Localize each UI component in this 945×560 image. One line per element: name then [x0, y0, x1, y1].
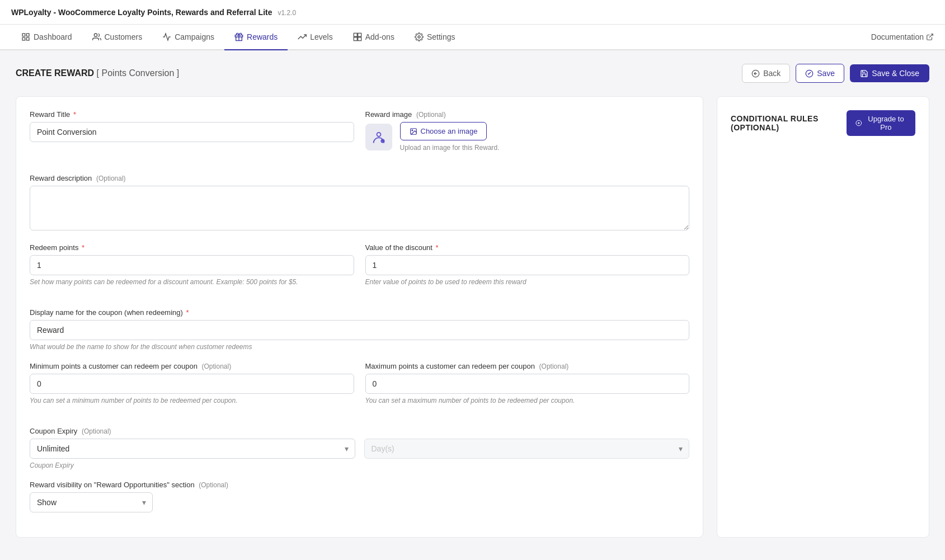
- content-grid: Reward Title * Reward image (Optional) ●: [16, 96, 929, 538]
- levels-icon: [298, 32, 307, 41]
- conditional-rules-header: CONDITIONAL RULES (Optional) Upgrade to …: [731, 110, 915, 136]
- back-button[interactable]: Back: [742, 64, 790, 83]
- settings-icon: [415, 32, 424, 41]
- reward-title-label: Reward Title *: [30, 110, 354, 119]
- max-points-label: Maximum points a customer can redeem per…: [365, 362, 690, 370]
- reward-visibility-select[interactable]: Show Hide: [30, 492, 153, 512]
- addons-icon: [353, 32, 362, 41]
- save-close-icon: [860, 69, 868, 78]
- max-points-group: Maximum points a customer can redeem per…: [365, 362, 690, 404]
- save-close-button[interactable]: Save & Close: [850, 64, 929, 82]
- reward-description-label: Reward description (Optional): [30, 174, 689, 182]
- back-icon: [751, 69, 760, 78]
- app-version: v1.2.0: [278, 9, 296, 17]
- display-name-label: Display name for the coupon (when redeem…: [30, 308, 689, 317]
- image-placeholder: ●: [365, 124, 392, 150]
- points-discount-row: Redeem points * Set how many points can …: [30, 243, 689, 297]
- page-title: CREATE REWARD [ Points Conversion ]: [16, 68, 179, 78]
- page-header: CREATE REWARD [ Points Conversion ] Back…: [16, 64, 929, 83]
- main-content: CREATE REWARD [ Points Conversion ] Back…: [0, 50, 945, 551]
- image-upload-area: ● Choose an image Upload an image for th…: [365, 122, 690, 152]
- discount-value-input[interactable]: [365, 255, 690, 275]
- image-placeholder-icon: ●: [371, 129, 387, 145]
- svg-rect-5: [354, 33, 357, 36]
- save-icon: [805, 69, 814, 78]
- reward-title-group: Reward Title *: [30, 110, 354, 152]
- reward-image-group: Reward image (Optional) ● Choose an imag…: [365, 110, 690, 152]
- display-name-input[interactable]: [30, 320, 689, 340]
- nav-settings[interactable]: Settings: [405, 25, 466, 50]
- coupon-expiry-select[interactable]: Unlimited Custom: [30, 439, 355, 459]
- reward-visibility-group: Reward visibility on "Reward Opportuniti…: [30, 481, 689, 512]
- svg-rect-0: [22, 34, 25, 36]
- upgrade-to-pro-button[interactable]: Upgrade to Pro: [847, 110, 915, 136]
- coupon-expiry-days-select[interactable]: Day(s) Month(s) Year(s): [364, 439, 690, 459]
- max-points-input[interactable]: [365, 374, 690, 394]
- external-link-icon: [926, 33, 934, 41]
- display-name-group: Display name for the coupon (when redeem…: [30, 308, 689, 351]
- choose-image-button[interactable]: Choose an image: [400, 122, 487, 140]
- svg-point-14: [377, 132, 380, 136]
- redeem-points-input[interactable]: [30, 255, 354, 275]
- app-title: WPLoyalty - WooCommerce Loyalty Points, …: [11, 8, 272, 17]
- coupon-expiry-help: Coupon Expiry: [30, 462, 689, 469]
- form-panel: Reward Title * Reward image (Optional) ●: [16, 96, 703, 538]
- nav-levels[interactable]: Levels: [288, 25, 342, 50]
- nav-campaigns[interactable]: Campaigns: [152, 25, 224, 50]
- coupon-expiry-label: Coupon Expiry (Optional): [30, 427, 689, 435]
- reward-description-textarea[interactable]: [30, 186, 689, 230]
- reward-visibility-select-wrapper: Show Hide: [30, 492, 153, 512]
- svg-text:●: ●: [381, 139, 383, 143]
- nav-rewards[interactable]: Rewards: [224, 25, 288, 50]
- svg-rect-2: [26, 37, 29, 40]
- svg-rect-1: [26, 34, 29, 36]
- image-icon: [410, 128, 417, 135]
- min-points-group: Minimum points a customer can redeem per…: [30, 362, 354, 404]
- discount-value-help: Enter value of points to be used to rede…: [365, 278, 690, 286]
- redeem-points-group: Redeem points * Set how many points can …: [30, 243, 354, 286]
- upload-hint: Upload an image for this Reward.: [400, 144, 500, 152]
- main-nav: Dashboard Customers Campaigns Rewards Le…: [0, 25, 945, 50]
- coupon-expiry-group: Coupon Expiry (Optional) Unlimited Custo…: [30, 427, 689, 469]
- coupon-expiry-days-wrapper: Day(s) Month(s) Year(s): [364, 439, 690, 459]
- svg-rect-3: [22, 37, 25, 40]
- display-name-help: What would be the name to show for the d…: [30, 343, 689, 351]
- svg-rect-8: [358, 37, 361, 41]
- discount-value-label: Value of the discount *: [365, 243, 690, 252]
- max-points-help: You can set a maximum number of points t…: [365, 397, 690, 404]
- svg-point-4: [94, 34, 97, 36]
- reward-visibility-label: Reward visibility on "Reward Opportuniti…: [30, 481, 689, 489]
- coupon-expiry-select-wrapper: Unlimited Custom: [30, 439, 355, 459]
- rewards-icon: [234, 32, 243, 41]
- top-bar: WPLoyalty - WooCommerce Loyalty Points, …: [0, 0, 945, 25]
- conditional-rules-title-group: CONDITIONAL RULES (Optional): [731, 114, 847, 132]
- svg-rect-7: [354, 37, 357, 41]
- redeem-points-label: Redeem points *: [30, 243, 354, 252]
- min-max-row: Minimum points a customer can redeem per…: [30, 362, 689, 416]
- min-points-label: Minimum points a customer can redeem per…: [30, 362, 354, 370]
- coupon-expiry-row: Unlimited Custom Day(s) Month(s) Year(s): [30, 439, 689, 459]
- campaigns-icon: [162, 32, 171, 41]
- reward-image-label: Reward image (Optional): [365, 110, 690, 119]
- conditional-rules-panel: CONDITIONAL RULES (Optional) Upgrade to …: [717, 96, 929, 538]
- nav-addons[interactable]: Add-ons: [343, 25, 405, 50]
- redeem-points-help: Set how many points can be redeemed for …: [30, 278, 354, 286]
- save-button[interactable]: Save: [796, 64, 844, 83]
- nav-customers[interactable]: Customers: [82, 25, 153, 50]
- reward-description-group: Reward description (Optional): [30, 174, 689, 232]
- min-points-help: You can set a minimum number of points t…: [30, 397, 354, 404]
- min-points-input[interactable]: [30, 374, 354, 394]
- svg-point-9: [418, 36, 420, 38]
- header-actions: Back Save Save & Close: [742, 64, 929, 83]
- reward-title-input[interactable]: [30, 122, 354, 142]
- nav-dashboard[interactable]: Dashboard: [11, 25, 82, 50]
- discount-value-group: Value of the discount * Enter value of p…: [365, 243, 690, 286]
- customers-icon: [92, 32, 101, 41]
- title-image-row: Reward Title * Reward image (Optional) ●: [30, 110, 689, 163]
- svg-point-18: [412, 130, 413, 131]
- dashboard-icon: [21, 32, 30, 41]
- svg-line-10: [929, 34, 933, 37]
- documentation-link[interactable]: Documentation: [871, 32, 934, 41]
- svg-rect-6: [358, 33, 361, 36]
- upgrade-icon: [855, 119, 862, 127]
